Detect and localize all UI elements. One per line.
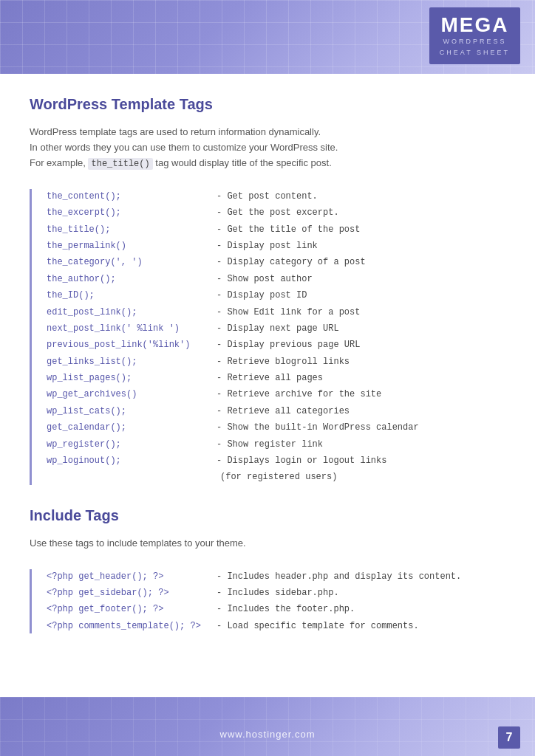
code-row: wp_list_cats(); - Retrieve all categorie… [47,404,505,419]
footer-area: www.hostinger.com [0,697,535,756]
code-right: - Show the built-in WordPress calendar [217,420,419,435]
section1-intro: WordPress template tags are used to retu… [30,125,505,171]
code-left: <?php get_footer(); ?> [47,602,217,616]
code-right: - Get the post excerpt. [217,205,339,220]
code-row: wp_loginout(); - Displays login or logou… [47,453,505,468]
code-row: next_post_link(' %link ') - Display next… [47,321,505,336]
code-right: - Includes the footer.php. [217,602,355,616]
code-row: get_links_list(); - Retrieve blogroll li… [47,354,505,369]
code-left: the_content(); [47,189,217,204]
code-left: the_title(); [47,222,217,237]
code-left: the_ID(); [47,288,217,303]
page-number: 7 [498,726,520,749]
code-left: edit_post_link(); [47,305,217,320]
code-row: wp_get_archives() - Retrieve archive for… [47,387,505,402]
code-right: - Retrieve archive for the site [217,387,381,402]
template-tags-code-table: the_content(); - Get post content. the_e… [30,189,505,485]
code-right: - Get the title of the post [217,222,360,237]
code-right: - Show Edit link for a post [217,305,360,320]
code-right: - Show post author [217,272,313,286]
code-left: <?php get_header(); ?> [47,569,217,584]
include-tags-code-table: <?php get_header(); ?> - Includes header… [30,569,505,634]
intro-code: the_title() [88,158,152,170]
code-extra-line: (for registered users) [47,470,505,484]
logo-wordpress: WORDPRESS [440,37,510,47]
code-right: - Includes sidebar.php. [217,585,339,600]
code-row: the_author(); - Show post author [47,272,505,286]
logo-cheatsheet: CHEAT SHEET [440,48,510,58]
code-left: <?php comments_template(); ?> [47,619,217,633]
code-row: <?php comments_template(); ?> - Load spe… [47,619,505,633]
code-left: wp_loginout(); [47,453,217,468]
code-right: - Display previous page URL [217,337,360,352]
code-right: - Show register link [217,437,323,452]
code-left: the_author(); [47,272,217,286]
code-row: <?php get_header(); ?> - Includes header… [47,569,505,584]
code-right: - Retrieve blogroll links [217,354,350,369]
code-right: - Includes header.php and display its co… [217,569,461,584]
code-left: wp_register(); [47,437,217,452]
code-row: <?php get_sidebar(); ?> - Includes sideb… [47,585,505,600]
code-left: <?php get_sidebar(); ?> [47,585,217,600]
code-row: <?php get_footer(); ?> - Includes the fo… [47,602,505,616]
code-left: wp_get_archives() [47,387,217,402]
code-left: the_permalink() [47,238,217,253]
logo-box: MEGA WORDPRESS CHEAT SHEET [429,7,520,64]
main-content: WordPress Template Tags WordPress templa… [0,74,535,670]
code-row: the_permalink() - Display post link [47,238,505,253]
code-left: the_category(', ') [47,255,217,269]
code-right: - Display post link [217,238,318,253]
code-right: - Displays login or logout links [217,453,386,468]
code-row: the_content(); - Get post content. [47,189,505,204]
section1-title: WordPress Template Tags [30,96,505,113]
code-row: edit_post_link(); - Show Edit link for a… [47,305,505,320]
code-right: - Get post content. [217,189,318,204]
code-left: get_links_list(); [47,354,217,369]
code-row: get_calendar(); - Show the built-in Word… [47,420,505,435]
page-wrapper: MEGA WORDPRESS CHEAT SHEET WordPress Tem… [0,0,535,756]
code-left: wp_list_cats(); [47,404,217,419]
code-right: - Display next page URL [217,321,339,336]
code-left: previous_post_link('%link') [47,337,217,352]
code-left: next_post_link(' %link ') [47,321,217,336]
section2-title: Include Tags [30,507,505,524]
code-right: - Retrieve all categories [217,404,350,419]
code-row: the_ID(); - Display post ID [47,288,505,303]
code-left: get_calendar(); [47,420,217,435]
top-header-area: MEGA WORDPRESS CHEAT SHEET [0,0,535,74]
code-right: - Display category of a post [217,255,366,269]
code-row: previous_post_link('%link') - Display pr… [47,337,505,352]
code-right: - Load specific template for comments. [217,619,419,633]
logo-mega: MEGA [440,15,510,35]
code-left: wp_list_pages(); [47,371,217,385]
code-row: wp_register(); - Show register link [47,437,505,452]
code-row: the_title(); - Get the title of the post [47,222,505,237]
code-row: the_category(', ') - Display category of… [47,255,505,269]
code-right: - Retrieve all pages [217,371,323,385]
section2-intro: Use these tags to include templates to y… [30,536,505,551]
intro-text2: tag would display title of the specific … [153,157,332,168]
code-row: the_excerpt(); - Get the post excerpt. [47,205,505,220]
code-row: wp_list_pages(); - Retrieve all pages [47,371,505,385]
include-tags-section: Include Tags Use these tags to include t… [30,507,505,633]
code-left: the_excerpt(); [47,205,217,220]
website-url: www.hostinger.com [220,729,316,740]
code-right: - Display post ID [217,288,307,303]
